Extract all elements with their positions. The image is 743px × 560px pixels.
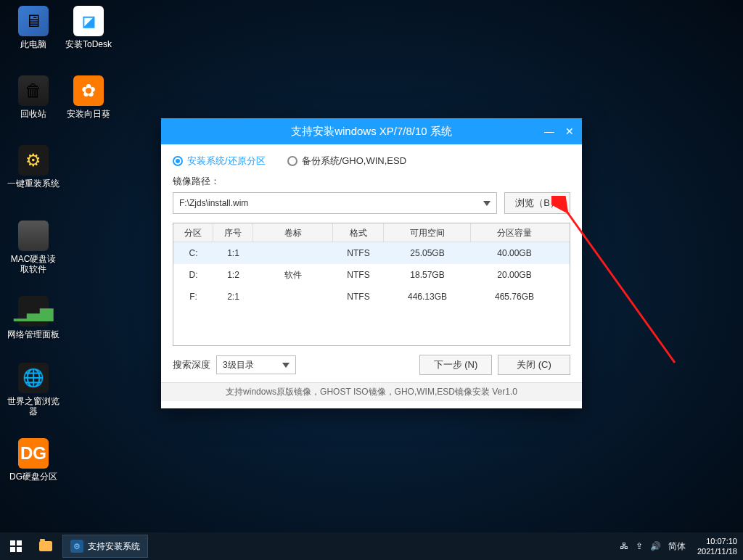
folder-icon — [39, 541, 52, 551]
radio-label: 安装系统/还原分区 — [187, 155, 266, 168]
desktop-icon-todesk[interactable]: ◪ 安装ToDesk — [62, 6, 115, 49]
desktop-icon-label: 安装ToDesk — [62, 39, 115, 49]
desktop-icon-label: 安装向日葵 — [62, 109, 115, 119]
desktop-icon-recycle[interactable]: 🗑 回收站 — [7, 75, 59, 119]
desktop-icon-label: 网络管理面板 — [7, 329, 59, 339]
tray-usb-icon[interactable]: ⇪ — [636, 541, 643, 551]
desktop-icon-label: DG硬盘分区 — [7, 472, 59, 482]
chevron-down-icon — [483, 201, 490, 206]
file-explorer-button[interactable] — [32, 532, 59, 560]
desktop-icon-net[interactable]: ▁▃▅ 网络管理面板 — [7, 296, 59, 339]
gear-icon: ⚙ — [70, 540, 83, 553]
table-row[interactable]: F: 2:1 NTFS 446.13GB 465.76GB — [173, 286, 570, 308]
desktop-icon-label: 此电脑 — [7, 39, 59, 49]
desktop-icon-label: MAC硬盘读取软件 — [7, 254, 59, 274]
search-depth-value: 3级目录 — [223, 359, 254, 371]
col-free: 可用空间 — [384, 223, 471, 242]
svg-rect-4 — [17, 547, 22, 552]
reinstall-icon: ⚙ — [18, 145, 49, 176]
search-depth-select[interactable]: 3级目录 — [216, 355, 296, 374]
svg-rect-1 — [10, 540, 15, 545]
browse-button-label: 浏览（B） — [515, 197, 559, 210]
image-path-value: F:\Zjds\install.wim — [179, 198, 248, 208]
window-footer: 支持windows原版镜像，GHOST ISO镜像，GHO,WIM,ESD镜像安… — [161, 382, 582, 401]
next-button-label: 下一步 (N) — [434, 358, 478, 371]
tray-ime[interactable]: 简体 — [668, 540, 686, 553]
todesk-icon: ◪ — [73, 6, 104, 36]
browse-button[interactable]: 浏览（B） — [504, 192, 570, 214]
desktop-icon-dg[interactable]: DG DG硬盘分区 — [7, 438, 59, 482]
table-row[interactable]: D: 1:2 软件 NTFS 18.57GB 20.00GB — [173, 264, 570, 286]
col-partition: 分区 — [173, 223, 213, 242]
minimize-button[interactable]: — — [541, 123, 557, 139]
tray-volume-icon[interactable]: 🔊 — [650, 541, 661, 551]
clock-date: 2021/11/18 — [697, 546, 737, 556]
titlebar[interactable]: 支持安装windows XP/7/8/10 系统 — ✕ — [161, 118, 582, 144]
window-title: 支持安装windows XP/7/8/10 系统 — [291, 125, 452, 139]
svg-rect-3 — [10, 547, 15, 552]
svg-rect-2 — [17, 540, 22, 545]
close-button[interactable]: ✕ — [562, 123, 578, 139]
table-header: 分区 序号 卷标 格式 可用空间 分区容量 — [173, 223, 570, 242]
image-path-label: 镜像路径： — [173, 175, 570, 188]
tray-network-icon[interactable]: 🖧 — [620, 541, 628, 551]
next-button[interactable]: 下一步 (N) — [419, 355, 492, 375]
col-total: 分区容量 — [471, 223, 558, 242]
apple-icon — [18, 221, 49, 251]
desktop-icon-reinstall[interactable]: ⚙ 一键重装系统 — [7, 145, 59, 189]
desktop-icon-browser[interactable]: 🌐 世界之窗浏览器 — [7, 363, 59, 416]
clock-time: 10:07:10 — [697, 536, 737, 546]
chart-icon: ▁▃▅ — [18, 296, 49, 326]
desktop-icon-label: 一键重装系统 — [7, 178, 59, 189]
recycle-icon: 🗑 — [18, 75, 49, 106]
start-button[interactable] — [0, 532, 32, 560]
table-row[interactable]: C: 1:1 NTFS 25.05GB 40.00GB — [173, 242, 570, 264]
radio-install-restore[interactable]: 安装系统/还原分区 — [173, 155, 266, 168]
image-path-dropdown[interactable]: F:\Zjds\install.wim — [173, 192, 497, 214]
chevron-down-icon — [282, 363, 290, 368]
desktop-icon-this-pc[interactable]: 🖥 此电脑 — [7, 6, 59, 49]
task-label: 支持安装系统 — [88, 540, 140, 553]
radio-backup[interactable]: 备份系统/GHO,WIN,ESD — [287, 155, 406, 168]
sunflower-icon: ✿ — [73, 75, 104, 106]
globe-icon: 🌐 — [18, 363, 49, 393]
taskbar-clock[interactable]: 10:07:10 2021/11/18 — [693, 536, 737, 556]
desktop-icon-mac[interactable]: MAC硬盘读取软件 — [7, 221, 59, 274]
radio-off-icon — [287, 156, 297, 166]
search-depth-label: 搜索深度 — [173, 358, 210, 371]
desktop-icon-label: 回收站 — [7, 109, 59, 119]
partition-table: 分区 序号 卷标 格式 可用空间 分区容量 C: 1:1 NTFS 25.05G… — [173, 223, 570, 346]
desktop-icon-label: 世界之窗浏览器 — [7, 396, 59, 416]
window-body: 安装系统/还原分区 备份系统/GHO,WIN,ESD 镜像路径： F:\Zjds… — [161, 144, 582, 382]
col-index: 序号 — [213, 223, 253, 242]
windows-icon — [10, 540, 22, 552]
pc-icon: 🖥 — [18, 6, 49, 36]
taskbar-task-installer[interactable]: ⚙ 支持安装系统 — [62, 535, 148, 558]
close-action-button[interactable]: 关闭 (C) — [498, 355, 570, 375]
radio-label: 备份系统/GHO,WIN,ESD — [302, 155, 406, 168]
taskbar: ⚙ 支持安装系统 🖧 ⇪ 🔊 简体 10:07:10 2021/11/18 — [0, 532, 743, 560]
col-fs: 格式 — [333, 223, 384, 242]
close-button-label: 关闭 (C) — [517, 358, 551, 371]
dg-icon: DG — [18, 438, 49, 469]
desktop-icon-sunflower[interactable]: ✿ 安装向日葵 — [62, 75, 115, 119]
col-label: 卷标 — [253, 223, 333, 242]
installer-window: 支持安装windows XP/7/8/10 系统 — ✕ 安装系统/还原分区 备… — [161, 118, 582, 408]
radio-on-icon — [173, 156, 183, 166]
